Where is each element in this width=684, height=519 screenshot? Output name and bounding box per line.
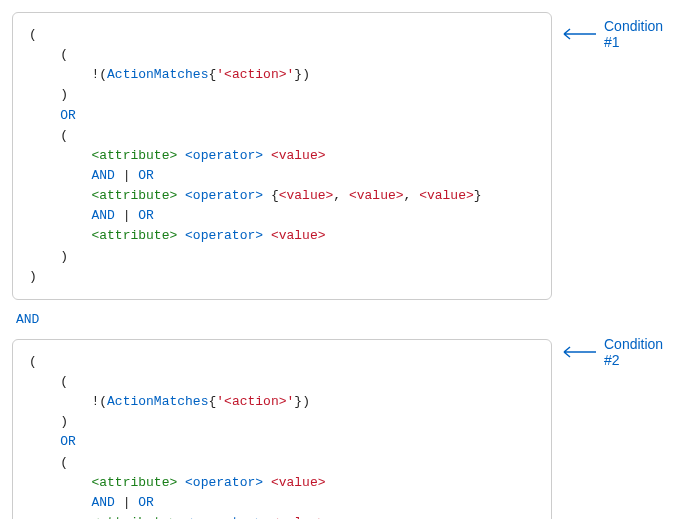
code-line: ( bbox=[29, 126, 535, 146]
code-line: AND | OR bbox=[29, 206, 535, 226]
brace-open: { bbox=[271, 188, 279, 203]
paren-open: ( bbox=[60, 47, 68, 62]
value-placeholder: <value> bbox=[349, 188, 404, 203]
code-line: !(ActionMatches{'<action>'}) bbox=[29, 65, 535, 85]
or-keyword: OR bbox=[138, 208, 154, 223]
paren-open: ( bbox=[29, 354, 37, 369]
comma: , bbox=[333, 188, 349, 203]
or-keyword: OR bbox=[60, 108, 76, 123]
or-keyword: OR bbox=[60, 434, 76, 449]
pipe: | bbox=[115, 495, 138, 510]
value-placeholder: <value> bbox=[271, 475, 326, 490]
operator-placeholder: <operator> bbox=[185, 188, 263, 203]
action-matches: ActionMatches bbox=[107, 394, 208, 409]
pipe: | bbox=[115, 208, 138, 223]
code-line: AND | OR bbox=[29, 493, 535, 513]
attribute-placeholder: <attribute> bbox=[91, 475, 177, 490]
code-line: !(ActionMatches{'<action>'}) bbox=[29, 392, 535, 412]
code-line: AND | OR bbox=[29, 166, 535, 186]
code-line: <attribute> <operator> <value> bbox=[29, 513, 535, 519]
operator-placeholder: <operator> bbox=[185, 515, 263, 519]
paren-open: ( bbox=[29, 27, 37, 42]
paren-close: ) bbox=[302, 394, 310, 409]
paren-open: ( bbox=[99, 394, 107, 409]
code-line: ( bbox=[29, 25, 535, 45]
callout-label: Condition #2 bbox=[604, 336, 672, 368]
paren-close: ) bbox=[60, 87, 68, 102]
action-placeholder: <action> bbox=[224, 394, 286, 409]
quote: ' bbox=[216, 67, 224, 82]
operator-placeholder: <operator> bbox=[185, 148, 263, 163]
value-placeholder: <value> bbox=[271, 515, 326, 519]
code-line: <attribute> <operator> {<value>, <value>… bbox=[29, 186, 535, 206]
code-line: ) bbox=[29, 267, 535, 287]
code-line: OR bbox=[29, 106, 535, 126]
action-matches: ActionMatches bbox=[107, 67, 208, 82]
code-line: ( bbox=[29, 45, 535, 65]
code-line: ) bbox=[29, 412, 535, 432]
value-placeholder: <value> bbox=[419, 188, 474, 203]
paren-close: ) bbox=[302, 67, 310, 82]
pipe: | bbox=[115, 168, 138, 183]
and-keyword: AND bbox=[91, 168, 114, 183]
attribute-placeholder: <attribute> bbox=[91, 228, 177, 243]
action-placeholder: <action> bbox=[224, 67, 286, 82]
value-placeholder: <value> bbox=[271, 228, 326, 243]
value-placeholder: <value> bbox=[279, 188, 334, 203]
condition-2-box: ( ( !(ActionMatches{'<action>'}) ) OR ( … bbox=[12, 339, 552, 519]
paren-open: ( bbox=[60, 455, 68, 470]
operator-placeholder: <operator> bbox=[185, 228, 263, 243]
paren-open: ( bbox=[60, 374, 68, 389]
code-line: ) bbox=[29, 247, 535, 267]
operator-placeholder: <operator> bbox=[185, 475, 263, 490]
code-line: <attribute> <operator> <value> bbox=[29, 473, 535, 493]
arrow-left-icon bbox=[560, 346, 596, 358]
callout-condition-1: Condition #1 bbox=[560, 18, 672, 50]
paren-close: ) bbox=[29, 269, 37, 284]
code-line: <attribute> <operator> <value> bbox=[29, 146, 535, 166]
code-line: ( bbox=[29, 372, 535, 392]
condition-1-box: ( ( !(ActionMatches{'<action>'}) ) OR ( … bbox=[12, 12, 552, 300]
brace-close: } bbox=[474, 188, 482, 203]
paren-open: ( bbox=[99, 67, 107, 82]
and-keyword: AND bbox=[91, 208, 114, 223]
paren-open: ( bbox=[60, 128, 68, 143]
paren-close: ) bbox=[60, 249, 68, 264]
value-placeholder: <value> bbox=[271, 148, 326, 163]
code-line: ) bbox=[29, 85, 535, 105]
comma: , bbox=[404, 188, 420, 203]
or-keyword: OR bbox=[138, 168, 154, 183]
attribute-placeholder: <attribute> bbox=[91, 188, 177, 203]
attribute-placeholder: <attribute> bbox=[91, 515, 177, 519]
paren-close: ) bbox=[60, 414, 68, 429]
brace-close: } bbox=[294, 67, 302, 82]
code-line: OR bbox=[29, 432, 535, 452]
arrow-left-icon bbox=[560, 28, 596, 40]
code-line: ( bbox=[29, 453, 535, 473]
code-line: ( bbox=[29, 352, 535, 372]
and-between: AND bbox=[12, 300, 672, 339]
quote: ' bbox=[216, 394, 224, 409]
and-keyword: AND bbox=[91, 495, 114, 510]
brace-close: } bbox=[294, 394, 302, 409]
callout-label: Condition #1 bbox=[604, 18, 672, 50]
attribute-placeholder: <attribute> bbox=[91, 148, 177, 163]
code-line: <attribute> <operator> <value> bbox=[29, 226, 535, 246]
callout-condition-2: Condition #2 bbox=[560, 336, 672, 368]
or-keyword: OR bbox=[138, 495, 154, 510]
